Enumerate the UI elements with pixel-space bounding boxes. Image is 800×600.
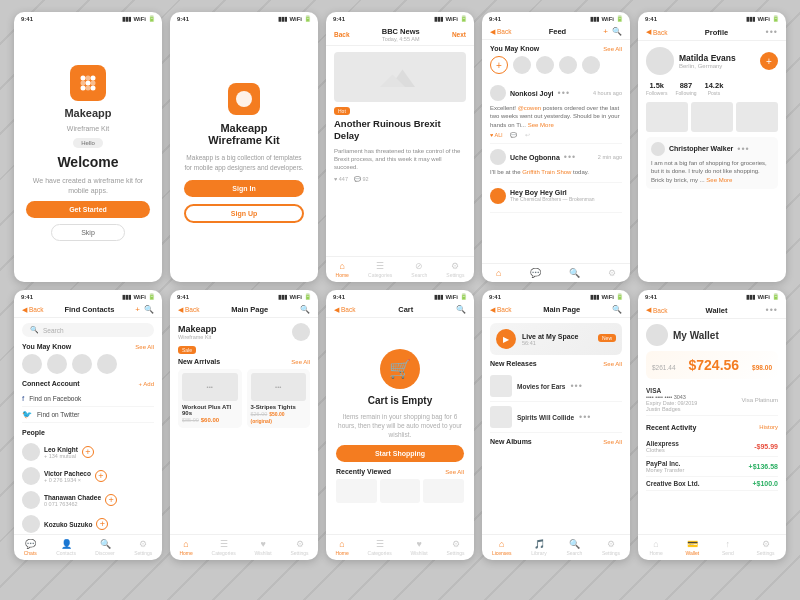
post-3-info: Hey Boy Hey Girl The Chemical Brothers —… bbox=[510, 189, 594, 202]
cart-nav-settings[interactable]: ⚙ Settings bbox=[447, 539, 465, 556]
new-arrivals-see-all[interactable]: See All bbox=[291, 359, 310, 365]
cart-search-icon[interactable]: 🔍 bbox=[456, 305, 466, 314]
share-action[interactable]: ↩ bbox=[525, 132, 530, 138]
signup-button[interactable]: Sign Up bbox=[184, 204, 304, 223]
news-nav-title: BBC News bbox=[382, 27, 420, 36]
cart-nav-wishlist[interactable]: ♥ Wishlist bbox=[410, 539, 427, 556]
people-section: People Leo Knight + 134 mutual + Victor … bbox=[22, 429, 154, 534]
like-action[interactable]: ♥ ALl bbox=[490, 132, 502, 138]
bottom-nav-home[interactable]: ⌂ Home bbox=[336, 261, 349, 278]
feed-back-btn[interactable]: ◀ Back bbox=[490, 28, 511, 36]
bottom-nav-settings[interactable]: ⚙ Settings bbox=[446, 261, 464, 278]
contacts-add-icon[interactable]: + bbox=[135, 305, 140, 314]
wallet-nav-settings[interactable]: ⚙ Settings bbox=[756, 539, 774, 556]
contacts-nav-discover[interactable]: 🔍 Discover bbox=[95, 539, 114, 556]
edit-profile-btn[interactable]: + bbox=[760, 52, 778, 70]
contacts-nav-chats[interactable]: 💬 Chats bbox=[24, 539, 37, 556]
music-nav-title: Main Page bbox=[543, 305, 580, 314]
contacts-search-bar[interactable]: 🔍 Search bbox=[22, 323, 154, 337]
cart-back-btn[interactable]: ◀ Back bbox=[334, 306, 355, 314]
contacts-back-btn[interactable]: ◀ Back bbox=[22, 306, 43, 314]
music-track-1[interactable]: Movies for Ears ••• bbox=[490, 371, 622, 402]
twitter-connect[interactable]: 🐦 Find on Twitter bbox=[22, 407, 154, 423]
product-1[interactable]: ••• Workout Plus ATI 90s $85.00 $60.00 bbox=[178, 369, 242, 428]
screen-music: 9:41 ▮▮▮ WiFi 🔋 ◀ Back Main Page 🔍 ▶ Liv… bbox=[482, 290, 630, 560]
history-link[interactable]: History bbox=[759, 424, 778, 430]
search-feed-icon[interactable]: 🔍 bbox=[612, 27, 622, 36]
shop-nav-settings[interactable]: ⚙ Settings bbox=[291, 539, 309, 556]
contacts-nav-contacts[interactable]: 👤 Contacts bbox=[56, 539, 76, 556]
feed-nav-home[interactable]: ⌂ bbox=[496, 268, 501, 278]
settings-label-contacts: Settings bbox=[134, 550, 152, 556]
add-icon[interactable]: + bbox=[603, 27, 608, 36]
bottom-nav-categories[interactable]: ☰ Categories bbox=[368, 261, 392, 278]
contacts-nav-settings[interactable]: ⚙ Settings bbox=[134, 539, 152, 556]
victor-add-btn[interactable]: + bbox=[95, 470, 107, 482]
new-arrivals-title: New Arrivals bbox=[178, 358, 220, 365]
hot-badge: Hot bbox=[334, 107, 350, 115]
wallet-nav-send[interactable]: ↑ Send bbox=[722, 539, 734, 556]
bottom-nav-search[interactable]: ⊘ Search bbox=[411, 261, 427, 278]
wallet-nav-wallet[interactable]: 💳 Wallet bbox=[686, 539, 700, 556]
welcome-title: Welcome bbox=[57, 154, 118, 170]
connect-add-btn[interactable]: + Add bbox=[138, 381, 154, 387]
music-track-2[interactable]: Spirits Will Collide ••• bbox=[490, 402, 622, 433]
see-all-link[interactable]: See All bbox=[603, 46, 622, 52]
leo-add-btn[interactable]: + bbox=[82, 446, 94, 458]
music-search-icon[interactable]: 🔍 bbox=[612, 305, 622, 314]
product-2[interactable]: ••• 3-Stripes Tights $26.00 $50.00 (orig… bbox=[247, 369, 311, 428]
comment-action[interactable]: 💬 bbox=[510, 132, 517, 138]
post-1-menu[interactable]: ••• bbox=[558, 88, 570, 98]
shop-nav-categories[interactable]: ☰ Categories bbox=[212, 539, 236, 556]
contacts-search-icon[interactable]: 🔍 bbox=[144, 305, 154, 314]
start-shopping-button[interactable]: Start Shopping bbox=[336, 445, 464, 462]
news-next-btn[interactable]: Next bbox=[452, 31, 466, 38]
music-nav-settings[interactable]: ⚙ Settings bbox=[602, 539, 620, 556]
track-2-menu[interactable]: ••• bbox=[579, 412, 591, 422]
see-more-1[interactable]: See More bbox=[528, 122, 554, 128]
music-back-btn[interactable]: ◀ Back bbox=[490, 306, 511, 314]
wifi-icon-7: WiFi bbox=[289, 294, 302, 300]
wallet-nav-home[interactable]: ⌂ Home bbox=[649, 539, 662, 556]
categories-icon-cart: ☰ bbox=[376, 539, 384, 549]
feed-nav-chat[interactable]: 💬 bbox=[530, 268, 541, 278]
screen-wallet: 9:41 ▮▮▮ WiFi 🔋 ◀ Back Wallet ••• My Wal… bbox=[638, 290, 786, 560]
music-nav-library[interactable]: 🎵 Library bbox=[531, 539, 546, 556]
new-releases-see-all[interactable]: See All bbox=[603, 361, 622, 367]
wallet-menu[interactable]: ••• bbox=[766, 305, 778, 315]
kozuko-add-btn[interactable]: + bbox=[96, 518, 108, 530]
news-back-btn[interactable]: Back bbox=[334, 31, 350, 38]
get-started-button[interactable]: Get Started bbox=[26, 201, 150, 218]
signin-button[interactable]: Sign In bbox=[184, 180, 304, 197]
shop-nav-wishlist[interactable]: ♥ Wishlist bbox=[254, 539, 271, 556]
music-nav-search[interactable]: 🔍 Search bbox=[566, 539, 582, 556]
profile-back-btn[interactable]: ◀ Back bbox=[646, 28, 667, 36]
add-avatar[interactable]: + bbox=[490, 56, 508, 74]
track-1-menu[interactable]: ••• bbox=[570, 381, 582, 391]
contacts-nav: ◀ Back Find Contacts + 🔍 bbox=[14, 302, 162, 318]
feed-nav-settings[interactable]: ⚙ bbox=[608, 268, 616, 278]
shop-back-btn[interactable]: ◀ Back bbox=[178, 306, 199, 314]
product-2-prices: $26.00 $50.00 (original) bbox=[251, 410, 307, 424]
profile-content: Matilda Evans Berlin, Germany + 1.5k Fol… bbox=[638, 41, 786, 282]
wallet-back-btn[interactable]: ◀ Back bbox=[646, 306, 667, 314]
cart-nav-categories[interactable]: ☰ Categories bbox=[368, 539, 392, 556]
post-2-menu[interactable]: ••• bbox=[564, 152, 576, 162]
facebook-connect[interactable]: f Find on Facebook bbox=[22, 391, 154, 407]
wifi-icon-2: WiFi bbox=[289, 16, 302, 22]
thanawan-add-btn[interactable]: + bbox=[105, 494, 117, 506]
music-play-btn[interactable]: ▶ bbox=[496, 329, 516, 349]
shop-search-icon[interactable]: 🔍 bbox=[300, 305, 310, 314]
connect-account-header: Connect Account + Add bbox=[22, 380, 154, 387]
profile-see-more[interactable]: See More bbox=[706, 177, 732, 183]
new-albums-see-all[interactable]: See All bbox=[603, 439, 622, 445]
music-nav-home[interactable]: ⌂ Licenses bbox=[492, 539, 512, 556]
profile-post-menu[interactable]: ••• bbox=[737, 143, 749, 156]
shop-nav-home[interactable]: ⌂ Home bbox=[179, 539, 192, 556]
rv-see-all[interactable]: See All bbox=[445, 469, 464, 475]
feed-nav-search[interactable]: 🔍 bbox=[569, 268, 580, 278]
contacts-see-all[interactable]: See All bbox=[135, 344, 154, 350]
cart-nav-home[interactable]: ⌂ Home bbox=[335, 539, 348, 556]
profile-menu[interactable]: ••• bbox=[766, 27, 778, 37]
skip-button[interactable]: Skip bbox=[51, 224, 125, 241]
